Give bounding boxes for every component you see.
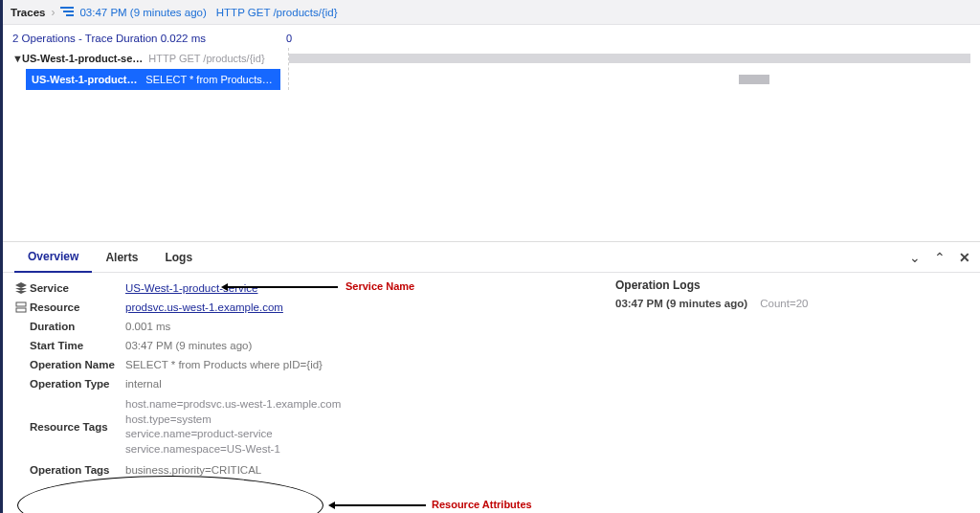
row-operation-tags: Operation Tags business.priority=CRITICA… [12, 460, 596, 480]
annotation-arrow [223, 286, 338, 288]
label: Resource Tags [30, 421, 125, 433]
value: 03:47 PM (9 minutes ago) [125, 340, 252, 351]
row-duration: Duration 0.001 ms [12, 317, 596, 336]
panel-tabs: Overview Alerts Logs ⌄ ⌃ ✕ [3, 242, 980, 273]
value: business.priority=CRITICAL [125, 464, 261, 476]
chevron-up-icon[interactable]: ⌃ [934, 250, 946, 265]
svg-rect-4 [16, 308, 26, 312]
log-count: Count=20 [760, 298, 808, 309]
trace-row-op: HTTP GET /products/{id} [148, 53, 264, 64]
annotation-ellipse [17, 476, 323, 513]
value: host.name=prodsvc.us-west-1.example.com … [125, 397, 341, 457]
row-start-time: Start Time 03:47 PM (9 minutes ago) [12, 336, 596, 355]
label: Resource [30, 301, 125, 313]
trace-summary: 2 Operations - Trace Duration 0.022 ms [12, 33, 206, 44]
label: Operation Type [30, 378, 125, 390]
layers-icon [12, 282, 30, 294]
label: Start Time [30, 340, 125, 351]
timeline-row-root [289, 48, 970, 69]
tab-alerts[interactable]: Alerts [92, 242, 151, 273]
trace-row-service: US-West-1-product-se… [22, 53, 143, 64]
annotation-service-name: Service Name [345, 280, 414, 292]
svg-rect-1 [63, 11, 74, 12]
label: Operation Name [30, 359, 125, 370]
value: 0.001 ms [125, 321, 170, 332]
operation-logs-title: Operation Logs [615, 279, 970, 292]
row-operation-name: Operation Name SELECT * from Products wh… [12, 355, 596, 374]
tab-overview[interactable]: Overview [14, 242, 92, 273]
server-icon [12, 301, 30, 313]
trace-timeline [288, 48, 970, 90]
svg-rect-2 [66, 14, 74, 16]
trace-row-op: SELECT * from Products … [145, 74, 275, 85]
trace-summary-row: 2 Operations - Trace Duration 0.022 ms 0 [3, 25, 980, 48]
timeline-row-child [289, 69, 970, 90]
label: Duration [30, 321, 125, 332]
row-resource: Resource prodsvc.us-west-1.example.com [12, 298, 596, 317]
panel-body: Service US-West-1-product-service Resour… [3, 273, 980, 489]
span-bar [289, 54, 970, 63]
caret-down-icon[interactable]: ▼ [12, 53, 22, 64]
trace-row-root[interactable]: ▼ US-West-1-product-se… HTTP GET /produc… [12, 48, 280, 69]
breadcrumb-root[interactable]: Traces [11, 7, 45, 18]
overview-details: Service US-West-1-product-service Resour… [3, 273, 606, 489]
trace-area: ▼ US-West-1-product-se… HTTP GET /produc… [3, 48, 980, 100]
svg-rect-0 [60, 7, 74, 9]
log-time: 03:47 PM (9 minutes ago) [615, 298, 747, 309]
annotation-resource-attrs: Resource Attributes [432, 499, 532, 510]
svg-rect-3 [16, 302, 26, 306]
row-service: Service US-West-1-product-service [12, 279, 596, 298]
operation-log-entry[interactable]: 03:47 PM (9 minutes ago) Count=20 [615, 298, 970, 309]
resource-link[interactable]: prodsvc.us-west-1.example.com [125, 301, 283, 313]
timeline-zero-marker: 0 [286, 33, 292, 44]
breadcrumb: Traces › 03:47 PM (9 minutes ago) HTTP G… [3, 0, 980, 25]
breadcrumb-time: 03:47 PM (9 minutes ago) [79, 7, 206, 18]
value: internal [125, 378, 162, 390]
trace-row-service: US-West-1-product-… [32, 74, 140, 85]
row-operation-type: Operation Type internal [12, 374, 596, 393]
row-resource-tags: Resource Tags host.name=prodsvc.us-west-… [12, 393, 596, 460]
breadcrumb-endpoint: HTTP GET /products/{id} [216, 7, 338, 18]
chevron-down-icon[interactable]: ⌄ [909, 250, 921, 265]
details-panel: Overview Alerts Logs ⌄ ⌃ ✕ Service US-We… [3, 241, 980, 489]
operation-logs: Operation Logs 03:47 PM (9 minutes ago) … [606, 273, 980, 489]
tab-logs[interactable]: Logs [151, 242, 206, 273]
service-link[interactable]: US-West-1-product-service [125, 282, 257, 294]
trace-row-child[interactable]: US-West-1-product-… SELECT * from Produc… [26, 69, 280, 90]
close-icon[interactable]: ✕ [959, 250, 970, 265]
trace-icon [60, 7, 74, 17]
label: Service [30, 282, 125, 294]
breadcrumb-separator: › [51, 6, 55, 19]
panel-actions: ⌄ ⌃ ✕ [909, 250, 970, 265]
label: Operation Tags [30, 464, 125, 476]
value: SELECT * from Products where pID={id} [125, 359, 323, 370]
trace-tree: ▼ US-West-1-product-se… HTTP GET /produc… [12, 48, 280, 90]
annotation-arrow [330, 504, 426, 506]
span-bar [739, 75, 769, 84]
